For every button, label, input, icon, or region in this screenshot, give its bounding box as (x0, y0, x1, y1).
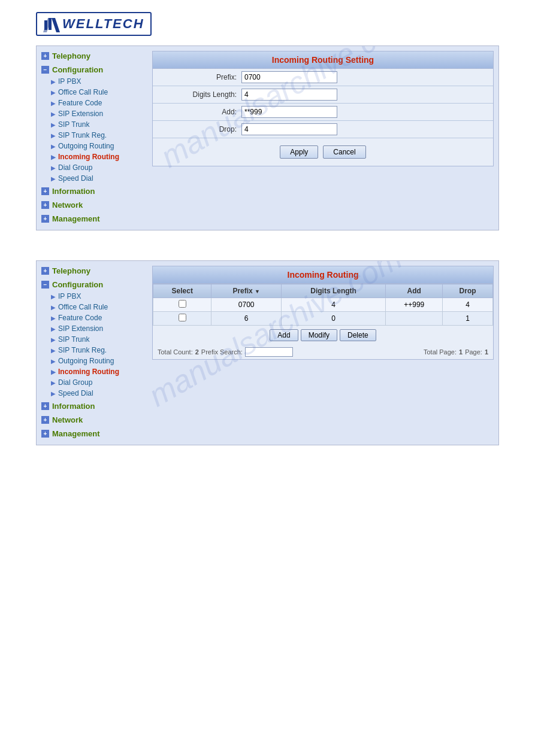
sidebar-header-telephony-2[interactable]: + Telephony (37, 265, 147, 277)
sidebar-header-information-1[interactable]: + Information (37, 185, 147, 198)
add-button[interactable]: Add (270, 329, 298, 341)
sidebar-item-speed-dial-2[interactable]: ▶ Speed Dial (47, 388, 147, 399)
col-header-prefix[interactable]: Prefix ▼ (211, 284, 282, 298)
bullet-icon-2-10: ▶ (51, 390, 56, 397)
plus-icon-telephony-2: + (41, 267, 49, 275)
total-count-value: 2 (195, 348, 199, 356)
cell-prefix: 6 (211, 312, 282, 326)
cancel-button[interactable]: Cancel (323, 145, 365, 159)
total-page-label: Total Page: (424, 348, 457, 356)
col-header-drop: Drop (443, 284, 493, 298)
sidebar-item-sip-extension-2[interactable]: ▶ SIP Extension (47, 323, 147, 334)
sidebar-item-outgoing-routing-1[interactable]: ▶ Outgoing Routing (47, 141, 147, 151)
form-input-add[interactable] (241, 106, 337, 118)
sidebar-item-ip-pbx-1[interactable]: ▶ IP PBX (47, 76, 147, 87)
form-input-digits-length[interactable] (241, 89, 337, 101)
form-label-digits-length: Digits Length: (158, 90, 241, 99)
total-count-label: Total Count: (158, 348, 193, 356)
col-header-select: Select (153, 284, 211, 298)
sidebar-header-telephony-1[interactable]: + Telephony (37, 50, 147, 62)
cell-select[interactable] (153, 312, 211, 326)
sidebar-item-feature-code-1[interactable]: ▶ Feature Code (47, 98, 147, 108)
plus-icon-network-2: + (41, 416, 49, 424)
sidebar-header-configuration-2[interactable]: − Configuration (37, 278, 147, 291)
bullet-icon-4: ▶ (51, 111, 56, 117)
plus-icon-management-1: + (41, 215, 49, 223)
plus-icon-information-2: + (41, 402, 49, 410)
logo-box: WELLTECH (36, 12, 152, 36)
sidebar-item-sip-extension-1[interactable]: ▶ SIP Extension (47, 108, 147, 119)
sidebar-item-office-call-rule-2[interactable]: ▶ Office Call Rule (47, 302, 147, 312)
table-row: 6 0 1 (153, 312, 493, 326)
sidebar-2: + Telephony − Configuration ▶ IP PBX ▶ (37, 261, 147, 445)
sidebar-header-management-2[interactable]: + Management (37, 427, 147, 440)
apply-button[interactable]: Apply (280, 145, 318, 159)
sidebar-section-configuration-2: − Configuration ▶ IP PBX ▶ Office Call R… (37, 278, 147, 399)
sidebar-item-incoming-routing-1[interactable]: ▶ Incoming Routing (47, 151, 147, 162)
table-footer: Total Count: 2 Prefix Search: Total Page… (153, 345, 493, 359)
sidebar-item-outgoing-routing-2[interactable]: ▶ Outgoing Routing (47, 356, 147, 366)
panel-1: manualsarchive.com + Telephony − Configu… (36, 45, 499, 230)
form-label-add: Add: (158, 108, 241, 116)
prefix-search-input[interactable] (245, 347, 293, 357)
prefix-search-label: Prefix Search: (201, 348, 243, 356)
cell-add: ++999 (386, 298, 443, 312)
sidebar-label-configuration-1: Configuration (52, 65, 103, 74)
form-input-drop[interactable] (241, 123, 337, 135)
bullet-icon-2-6: ▶ (51, 347, 56, 354)
row-checkbox[interactable] (179, 300, 186, 308)
bullet-icon-8: ▶ (51, 154, 56, 160)
table-header-row: Select Prefix ▼ Digits Length Add Drop (153, 284, 493, 298)
sidebar-item-ip-pbx-2[interactable]: ▶ IP PBX (47, 291, 147, 302)
sidebar-header-management-1[interactable]: + Management (37, 212, 147, 225)
cell-select[interactable] (153, 298, 211, 312)
sidebar-item-speed-dial-1[interactable]: ▶ Speed Dial (47, 173, 147, 184)
row-checkbox[interactable] (179, 314, 186, 321)
sort-arrow-icon: ▼ (255, 289, 260, 294)
bullet-icon-6: ▶ (51, 132, 56, 139)
sidebar-item-incoming-routing-2[interactable]: ▶ Incoming Routing (47, 366, 147, 377)
sidebar-item-feature-code-2[interactable]: ▶ Feature Code (47, 312, 147, 323)
cell-add (386, 312, 443, 326)
sidebar-item-sip-trunk-reg-2[interactable]: ▶ SIP Trunk Reg. (47, 345, 147, 356)
sidebar-label-configuration-2: Configuration (52, 280, 103, 289)
sidebar-header-network-1[interactable]: + Network (37, 199, 147, 211)
bullet-icon-3: ▶ (51, 100, 56, 107)
table-title: Incoming Routing (153, 266, 493, 284)
table-body: 0700 4 ++999 4 6 0 1 (153, 298, 493, 326)
sidebar-label-management-1: Management (52, 214, 99, 223)
page-label: Page: (465, 348, 482, 356)
minus-icon-configuration-1: − (41, 66, 49, 74)
bullet-icon-2-5: ▶ (51, 336, 56, 343)
sidebar-section-network-2: + Network (37, 414, 147, 426)
form-label-drop: Drop: (158, 125, 241, 133)
plus-icon-telephony-1: + (41, 52, 49, 60)
delete-button[interactable]: Delete (340, 329, 376, 341)
bullet-icon-2-8: ▶ (51, 369, 56, 375)
sidebar-item-office-call-rule-1[interactable]: ▶ Office Call Rule (47, 87, 147, 98)
plus-icon-network-1: + (41, 201, 49, 209)
sidebar-header-network-2[interactable]: + Network (37, 414, 147, 426)
welltech-logo-icon (43, 16, 60, 32)
routing-table: Select Prefix ▼ Digits Length Add Drop 0… (153, 284, 493, 326)
sidebar-submenu-1: ▶ IP PBX ▶ Office Call Rule ▶ Feature Co… (37, 76, 147, 184)
cell-digits-length: 0 (281, 312, 385, 326)
sidebar-item-dial-group-1[interactable]: ▶ Dial Group (47, 162, 147, 173)
modify-button[interactable]: Modify (301, 329, 337, 341)
sidebar-item-sip-trunk-reg-1[interactable]: ▶ SIP Trunk Reg. (47, 130, 147, 141)
cell-digits-length: 4 (281, 298, 385, 312)
form-title: Incoming Routing Setting (153, 51, 493, 69)
form-panel: Incoming Routing Setting Prefix: Digits … (152, 51, 494, 166)
sidebar-label-telephony-1: Telephony (52, 51, 90, 60)
sidebar-item-sip-trunk-1[interactable]: ▶ SIP Trunk (47, 119, 147, 130)
form-input-prefix[interactable] (241, 71, 337, 83)
sidebar-item-sip-trunk-2[interactable]: ▶ SIP Trunk (47, 334, 147, 345)
sidebar-header-configuration-1[interactable]: − Configuration (37, 63, 147, 76)
bullet-icon-5: ▶ (51, 122, 56, 128)
sidebar-header-information-2[interactable]: + Information (37, 400, 147, 412)
sidebar-label-network-2: Network (52, 415, 83, 424)
sidebar-section-telephony-1: + Telephony (37, 50, 147, 62)
form-row-digits-length: Digits Length: (153, 86, 493, 104)
sidebar-item-dial-group-2[interactable]: ▶ Dial Group (47, 377, 147, 388)
sidebar-label-network-1: Network (52, 201, 83, 210)
